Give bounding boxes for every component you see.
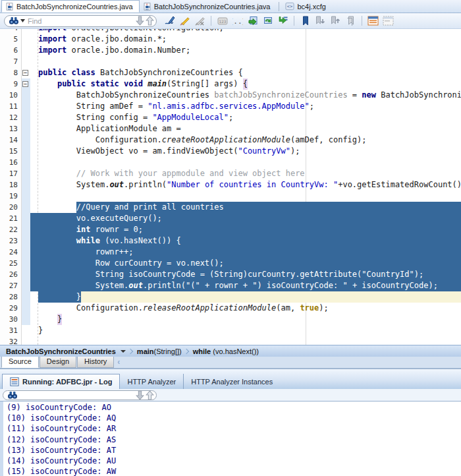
code-text[interactable]: rownr++; [30, 247, 461, 258]
find-next-icon[interactable] [136, 16, 144, 26]
log-find-input[interactable] [18, 391, 136, 399]
code-line[interactable]: 27 System.out.println("(" + rownr + ") i… [0, 280, 461, 291]
code-line[interactable]: 20 //Query and print all countries [0, 202, 461, 213]
tab-http-analyzer[interactable]: HTTP Analyzer [120, 374, 183, 389]
code-text[interactable]: public class BatchJobSynchronizeCountrie… [30, 67, 461, 78]
code-text[interactable]: public static void main(String[] args) { [30, 78, 461, 90]
code-text[interactable] [30, 336, 461, 345]
tab-source[interactable]: Source [1, 357, 39, 368]
code-line[interactable]: 22 int rownr = 0; [0, 224, 461, 235]
bookmark-next-icon[interactable] [313, 15, 327, 28]
code-line[interactable]: 6import oracle.jbo.domain.Number; [0, 45, 461, 56]
breadcrumb-caret-icon[interactable] [121, 350, 126, 353]
code-text[interactable]: import oracle.jbo.client.Configuration; [30, 29, 461, 34]
tab-http-analyzer-instances[interactable]: HTTP Analyzer Instances [183, 374, 280, 389]
code-text[interactable]: } [30, 325, 461, 336]
code-line[interactable]: 19 [0, 191, 461, 202]
bookmark-icon[interactable] [298, 15, 312, 28]
code-line[interactable]: 25 Row curCountry = vo.next(); [0, 258, 461, 269]
code-line[interactable]: 12 String config = "AppModuleLocal"; [0, 112, 461, 123]
code-text[interactable]: Configuration.releaseRootApplicationModu… [30, 303, 461, 314]
code-text[interactable]: } [30, 291, 461, 303]
binoculars-icon[interactable] [7, 391, 18, 400]
block-right-icon[interactable] [276, 15, 290, 28]
code-text[interactable]: //Query and print all countries [30, 202, 461, 213]
code-text[interactable] [30, 157, 461, 168]
code-text[interactable]: ViewObject vo = am.findViewObject("Count… [30, 146, 461, 157]
code-text[interactable]: BatchJobSynchronizeCountries batchJobSyn… [30, 90, 461, 101]
code-line[interactable]: 15 ViewObject vo = am.findViewObject("Co… [0, 146, 461, 157]
tab-batchjob-java-2[interactable]: BatchJobSynchronizeCountries.java [140, 0, 277, 13]
code-text[interactable] [30, 191, 461, 202]
tab-batchjob-java-1[interactable]: BatchJobSynchronizeCountries.java [1, 0, 140, 13]
code-text[interactable]: int rownr = 0; [30, 224, 461, 235]
code-text[interactable]: while (vo.hasNext()) { [30, 235, 461, 247]
code-line[interactable]: 8−public class BatchJobSynchronizeCountr… [0, 67, 461, 78]
log-find-next-icon[interactable] [136, 390, 144, 400]
block-left-icon[interactable] [246, 15, 259, 28]
braces-icon[interactable]: {..} [230, 15, 244, 28]
code-line[interactable]: 21 vo.executeQuery(); [0, 213, 461, 224]
code-text[interactable]: } [30, 314, 461, 325]
code-line[interactable]: 5import oracle.jbo.domain.*; [0, 34, 461, 45]
code-line[interactable]: 26 String isoCountryCode = (String)curCo… [0, 269, 461, 280]
code-line[interactable]: 32 [0, 336, 461, 345]
code-text[interactable]: ApplicationModule am = [30, 123, 461, 134]
code-text[interactable]: String amDef = "nl.amis.adfbc.services.A… [30, 101, 461, 112]
fold-collapse-icon[interactable]: − [22, 81, 28, 87]
breadcrumb-method[interactable]: main(String[]) [135, 347, 184, 355]
bookmark-prev-icon[interactable] [329, 15, 342, 28]
code-line[interactable]: 18 System.out.println("Number of countri… [0, 179, 461, 191]
code-line[interactable]: 9− public static void main(String[] args… [0, 78, 461, 90]
bookmark-clear-icon[interactable] [344, 15, 358, 28]
code-line[interactable]: 4import oracle.jbo.client.Configuration; [0, 29, 461, 34]
code-line[interactable]: 17 // Work with your appmodule and view … [0, 168, 461, 179]
code-line[interactable]: 28 } [0, 291, 461, 303]
compare-window-icon[interactable] [366, 15, 380, 28]
find-previous-icon[interactable] [146, 16, 154, 26]
code-text[interactable]: import oracle.jbo.domain.*; [30, 34, 461, 45]
code-line[interactable]: 16 [0, 157, 461, 168]
code-text[interactable]: import oracle.jbo.domain.Number; [30, 45, 461, 56]
tab-history[interactable]: History [77, 357, 114, 368]
log-output[interactable]: (9) isoCountryCode: AO(10) isoCountryCod… [0, 401, 461, 476]
highlighter-icon[interactable] [178, 15, 192, 28]
code-line[interactable]: 29 Configuration.releaseRootApplicationM… [0, 303, 461, 314]
code-editor[interactable]: 4import oracle.jbo.client.Configuration;… [0, 29, 461, 345]
code-line[interactable]: 24 rownr++; [0, 247, 461, 258]
tab-design[interactable]: Design [40, 357, 76, 368]
code-text[interactable] [30, 56, 461, 67]
code-line[interactable]: 7 [0, 56, 461, 67]
code-text[interactable]: System.out.println("Number of countries … [30, 179, 461, 191]
search-highlight-icon[interactable] [163, 15, 176, 28]
code-line[interactable]: 31} [0, 325, 461, 336]
code-text[interactable]: // Work with your appmodule and view obj… [30, 168, 461, 179]
tab-running-log[interactable]: Running: ADFBC.jpr - Log [2, 374, 120, 389]
code-text[interactable]: Configuration.createRootApplicationModul… [30, 134, 461, 146]
find-options-caret-icon[interactable] [20, 19, 25, 22]
block-sync-icon[interactable] [261, 15, 275, 28]
numbers-icon[interactable]: 123 [215, 15, 229, 28]
code-line[interactable]: 23 while (vo.hasNext()) { [0, 235, 461, 247]
tab-bc4j-xcfg[interactable]: <> bc4j.xcfg [282, 0, 331, 13]
find-field[interactable] [4, 15, 157, 27]
code-text[interactable]: String config = "AppModuleLocal"; [30, 112, 461, 123]
tab-scroll-left-icon[interactable] [117, 357, 120, 367]
highlighter-off-icon[interactable] [193, 15, 207, 28]
code-line[interactable]: 30 } [0, 314, 461, 325]
breadcrumb-block[interactable]: while (vo.hasNext()) [191, 347, 261, 355]
log-find-field[interactable] [3, 390, 157, 400]
binoculars-icon[interactable] [9, 16, 19, 25]
code-text[interactable]: String isoCountryCode = (String)curCount… [30, 269, 461, 280]
code-text[interactable]: System.out.println("(" + rownr + ") isoC… [30, 280, 461, 291]
code-text[interactable]: vo.executeQuery(); [30, 213, 461, 224]
code-text[interactable]: Row curCountry = vo.next(); [30, 258, 461, 269]
preview-window-icon[interactable] [381, 15, 395, 28]
log-find-previous-icon[interactable] [146, 390, 154, 400]
fold-collapse-icon[interactable]: − [22, 70, 28, 76]
breadcrumb-class[interactable]: BatchJobSynchronizeCountries [4, 347, 128, 355]
code-line[interactable]: 14 Configuration.createRootApplicationMo… [0, 134, 461, 146]
code-line[interactable]: 10 BatchJobSynchronizeCountries batchJob… [0, 90, 461, 101]
code-line[interactable]: 13 ApplicationModule am = [0, 123, 461, 134]
find-input[interactable] [28, 17, 136, 25]
